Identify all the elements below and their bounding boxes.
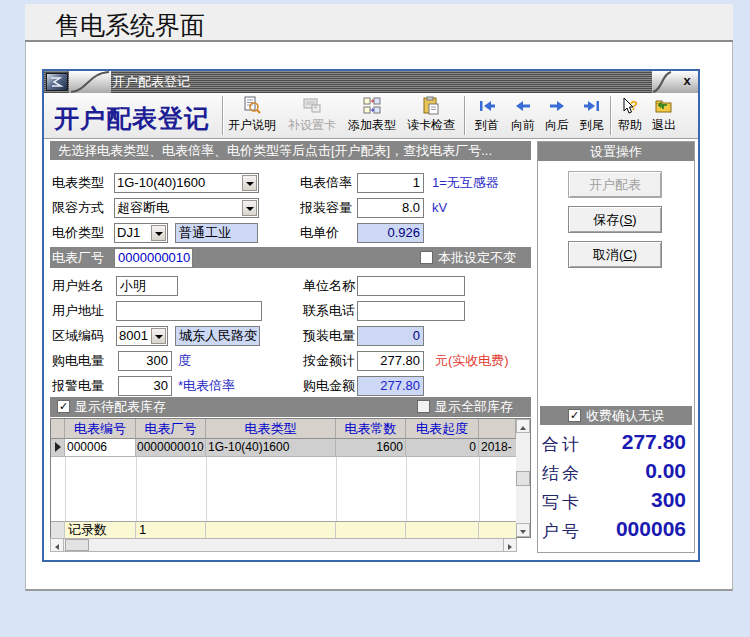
purchase-amount-field: 277.80	[357, 376, 424, 396]
grid-header-meter-no[interactable]: 电表编号	[65, 419, 136, 439]
toolbar-separator	[464, 96, 466, 135]
toolbar-button-next[interactable]: 向后	[541, 95, 573, 137]
batch-fixed-label: 本批设定不变	[438, 248, 516, 268]
scroll-left-icon[interactable]	[50, 538, 64, 552]
org-name-input[interactable]	[357, 276, 465, 296]
grid-footer-selector	[51, 521, 65, 538]
purchase-energy-hint: 度	[178, 351, 191, 371]
chevron-down-icon[interactable]	[242, 175, 257, 191]
record-count-value: 1	[136, 521, 206, 538]
address-input[interactable]	[116, 301, 262, 321]
toolbar-button-last[interactable]: 到尾	[576, 95, 608, 137]
chevron-down-icon[interactable]	[242, 200, 257, 216]
clipboard-check-icon	[421, 95, 441, 117]
capacity-input[interactable]: 8.0	[357, 198, 424, 218]
toolbar-button-add-meter-type[interactable]: 添加表型	[346, 95, 398, 137]
go-last-icon	[582, 95, 602, 117]
toolbar-button-prev[interactable]: 向前	[507, 95, 539, 137]
grid-header-factory-no[interactable]: 电表厂号	[136, 419, 206, 439]
scroll-down-icon[interactable]	[516, 523, 530, 537]
open-meter-button[interactable]: 开户配表	[568, 171, 662, 198]
price-type-label: 电价类型	[52, 223, 104, 243]
region-name-field: 城东人民路变	[175, 326, 260, 346]
meter-ratio-input[interactable]: 1	[357, 173, 424, 193]
confirm-checkbox[interactable]: ✓	[568, 409, 581, 422]
alarm-energy-hint: *电表倍率	[178, 376, 235, 396]
grid-footer-cell	[406, 521, 479, 538]
go-prev-icon	[513, 95, 533, 117]
grid-column-line	[336, 457, 337, 521]
purchase-energy-input[interactable]: 300	[118, 351, 172, 371]
chevron-down-icon[interactable]	[151, 328, 166, 344]
alarm-energy-label: 报警电量	[52, 376, 104, 396]
go-next-icon	[547, 95, 567, 117]
toolbar-button-open-help[interactable]: 开户说明	[226, 95, 278, 137]
grid-cell[interactable]: 0000000010	[136, 439, 206, 457]
scroll-right-icon[interactable]	[503, 538, 517, 552]
scroll-up-icon[interactable]	[516, 419, 530, 433]
page-title: 售电系统界面	[55, 9, 205, 42]
alarm-energy-input[interactable]: 30	[118, 376, 172, 396]
grid-column-line	[479, 457, 480, 521]
meter-ratio-hint: 1=无互感器	[432, 173, 499, 193]
by-amount-input[interactable]: 277.80	[357, 351, 424, 371]
toolbar-separator	[222, 96, 224, 135]
toolbar-button-read-card-check[interactable]: 读卡检查	[405, 95, 457, 137]
factory-no-input[interactable]: 0000000010	[114, 248, 193, 268]
row-selector-cell[interactable]	[51, 439, 65, 457]
phone-label: 联系电话	[303, 301, 355, 321]
limit-mode-select[interactable]: 超容断电	[114, 198, 259, 218]
record-count-label: 记录数	[65, 521, 136, 538]
customer-name-label: 用户姓名	[52, 276, 104, 296]
grid-cell[interactable]: 1G-10(40)1600	[206, 439, 336, 457]
show-pending-label: 显示待配表库存	[75, 397, 166, 417]
toolbar-button-first[interactable]: 到首	[471, 95, 503, 137]
purchase-energy-label: 购电电量	[52, 351, 104, 371]
instruction-banner: 先选择电表类型、电表倍率、电价类型等后点击[开户配表]，查找电表厂号...	[50, 141, 531, 160]
unit-price-field: 0.926	[357, 223, 424, 243]
grid-header-constant[interactable]: 电表常数	[336, 419, 406, 439]
toolbar-separator	[610, 96, 612, 135]
balance-value: 0.00	[645, 459, 686, 483]
grid-cell[interactable]: 2018-	[479, 439, 516, 457]
limit-mode-label: 限容方式	[52, 198, 104, 218]
cancel-button[interactable]: 取消(C)	[568, 241, 662, 268]
window-title: 开户配表登记	[112, 71, 190, 93]
account-no-value: 000006	[616, 517, 686, 541]
toolbar-button-exit[interactable]: 退出	[648, 95, 680, 137]
show-all-label: 显示全部库存	[435, 397, 513, 417]
app-window: 开户配表登记 x 开户配表登记 开户说明 * 补设置卡 添加表型 读卡检查	[42, 69, 700, 562]
grid-header-start-reading[interactable]: 电表起度	[406, 419, 479, 439]
customer-name-input[interactable]: 小明	[116, 276, 178, 296]
toolbar-app-title: 开户配表登记	[54, 102, 210, 135]
unit-price-label: 电单价	[300, 223, 339, 243]
grid-cell[interactable]: 000006	[65, 439, 136, 457]
toolbar-button-help[interactable]: ? 帮助	[614, 95, 646, 137]
batch-fixed-checkbox[interactable]	[420, 251, 433, 264]
grid-header-meter-type[interactable]: 电表类型	[206, 419, 336, 439]
chevron-down-icon[interactable]	[151, 225, 166, 241]
horizontal-scrollbar[interactable]	[50, 538, 517, 552]
grid-footer-cell	[206, 521, 336, 538]
capacity-label: 报装容量	[300, 198, 352, 218]
close-icon[interactable]: x	[678, 71, 696, 93]
total-label: 合计	[542, 433, 582, 456]
meter-type-select[interactable]: 1G-10(40)1600	[114, 173, 259, 193]
grid-footer-cell	[479, 521, 516, 538]
show-all-checkbox[interactable]	[417, 400, 430, 413]
price-type-select[interactable]: DJ1	[114, 223, 168, 243]
vertical-scroll-thumb[interactable]	[516, 471, 530, 486]
grid-cell[interactable]: 0	[406, 439, 479, 457]
capacity-hint: kV	[432, 198, 447, 218]
write-card-value: 300	[651, 488, 686, 512]
save-button[interactable]: 保存(S)	[568, 206, 662, 233]
titlebar-curve-left	[69, 71, 111, 93]
region-code-select[interactable]: 8001	[116, 326, 168, 346]
grid-cell[interactable]: 1600	[336, 439, 406, 457]
horizontal-scroll-thumb[interactable]	[65, 539, 89, 551]
show-pending-checkbox[interactable]: ✓	[57, 400, 70, 413]
toolbar-button-reissue-card[interactable]: * 补设置卡	[286, 95, 338, 137]
org-name-label: 单位名称	[303, 276, 355, 296]
phone-input[interactable]	[357, 301, 465, 321]
account-no-label: 户号	[542, 520, 582, 543]
